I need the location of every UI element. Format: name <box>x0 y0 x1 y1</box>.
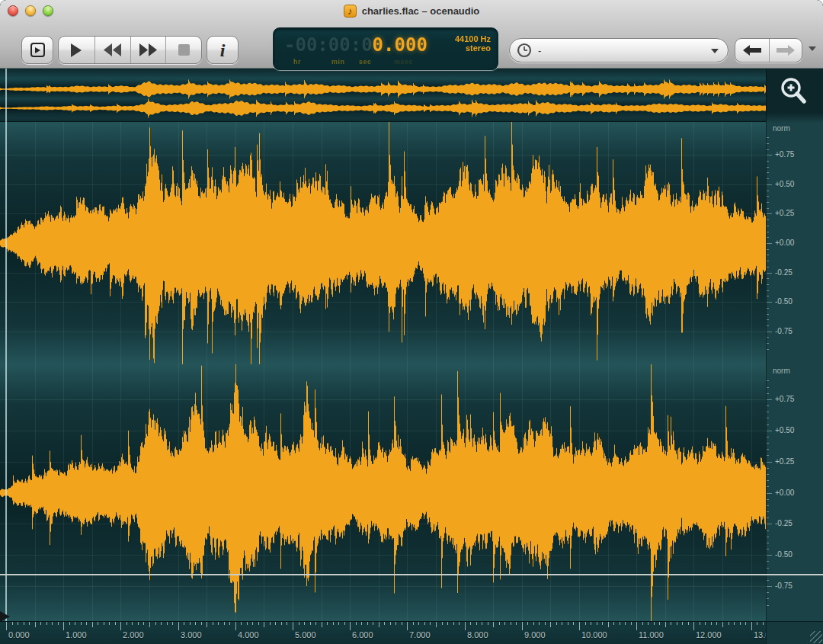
ruler-label: 5.000 <box>295 630 316 639</box>
norm-scale-button[interactable]: norm <box>773 124 790 133</box>
window-bottom-edge <box>0 574 823 575</box>
rewind-button[interactable] <box>94 37 130 63</box>
amplitude-scale-column: norm+0.75+0.50+0.25+0.00-0.25-0.50-0.75n… <box>766 69 823 621</box>
scale-tick <box>767 308 769 309</box>
ruler-tick <box>350 622 351 630</box>
stop-button[interactable] <box>165 37 201 63</box>
channel1-waveform-canvas[interactable] <box>0 122 766 364</box>
ruler-tick <box>711 622 712 625</box>
play-in-box-icon <box>30 43 45 57</box>
scale-tick <box>767 486 769 487</box>
ruler-tick <box>327 622 328 625</box>
ruler-tick <box>693 622 694 630</box>
marker-dropdown[interactable]: - <box>509 38 729 62</box>
sample-rate: 44100 Hz <box>455 34 491 43</box>
time-digits-bright: 0.000 <box>373 34 428 56</box>
ruler-tick <box>35 622 36 627</box>
window-title: charlies.flac – ocenaudio <box>362 5 480 17</box>
ruler-label: 4.000 <box>238 630 259 639</box>
ruler-tick <box>29 622 30 625</box>
resize-grip-icon[interactable] <box>810 631 822 643</box>
scale-label: -0.25 <box>775 519 793 527</box>
ruler-tick <box>436 622 437 627</box>
scale-tick <box>767 349 769 350</box>
ruler-tick <box>562 622 562 625</box>
ruler-tick <box>677 622 677 625</box>
ruler-tick <box>252 622 253 625</box>
ruler-tick <box>568 622 568 625</box>
scale-tick <box>767 237 769 238</box>
ruler-tick <box>120 622 121 630</box>
ruler-tick <box>476 622 477 625</box>
playhead-marker[interactable] <box>0 611 11 622</box>
scale-label: +0.25 <box>775 209 794 217</box>
info-button[interactable]: i <box>207 36 239 64</box>
ruler-tick <box>395 622 396 625</box>
ruler-tick <box>310 622 311 625</box>
zoom-in-icon[interactable] <box>779 76 809 110</box>
ruler-tick <box>493 622 494 627</box>
scale-tick <box>767 524 772 524</box>
overflow-chevron-icon[interactable] <box>809 46 816 51</box>
ruler-tick <box>81 622 82 625</box>
ruler-tick <box>671 622 671 625</box>
scale-tick <box>767 261 769 261</box>
scale-tick <box>767 561 769 562</box>
forward-button[interactable] <box>769 39 802 62</box>
scale-tick <box>767 213 772 214</box>
scale-tick <box>767 393 769 394</box>
ruler-tick <box>172 622 173 625</box>
ruler-tick <box>716 622 717 625</box>
ruler-tick <box>625 622 626 625</box>
time-display[interactable]: -00:00:00.000 hr min sec msec 44100 Hz s… <box>273 27 498 70</box>
scale-tick <box>767 555 772 556</box>
ruler-tick <box>550 622 551 627</box>
ruler-label: 9.000 <box>524 630 546 639</box>
scale-tick <box>767 493 772 494</box>
scale-tick <box>767 580 769 581</box>
time-ruler[interactable]: 0.0001.0002.0003.0004.0005.0006.0007.000… <box>0 621 766 644</box>
ruler-tick <box>384 622 385 625</box>
ruler-label: 3.000 <box>181 630 202 639</box>
scale-tick <box>767 437 769 437</box>
play-icon <box>71 43 82 57</box>
ruler-tick <box>304 622 305 625</box>
ruler-tick <box>763 622 764 625</box>
scale-tick <box>767 455 769 456</box>
ruler-tick <box>682 622 683 625</box>
ruler-tick <box>373 622 373 625</box>
ruler-label: 8.000 <box>467 630 488 639</box>
ruler-tick <box>488 622 488 625</box>
channel-mode: stereo <box>455 43 491 53</box>
ruler-label: 7.000 <box>409 630 431 639</box>
play-selection-button[interactable] <box>21 36 53 64</box>
scale-tick <box>767 405 769 406</box>
scale-label: +0.00 <box>775 489 794 497</box>
stop-icon <box>178 44 190 56</box>
ruler-tick <box>631 622 632 625</box>
ruler-tick <box>545 622 546 625</box>
titlebar[interactable]: ♪ charlies.flac – ocenaudio <box>0 0 823 21</box>
ruler-tick <box>556 622 557 625</box>
play-button[interactable] <box>59 37 94 63</box>
ruler-tick <box>470 622 471 625</box>
scale-tick <box>767 399 772 400</box>
ruler-tick <box>132 622 133 625</box>
norm-scale-button[interactable]: norm <box>773 367 790 375</box>
ruler-tick <box>453 622 454 625</box>
ruler-tick <box>344 622 345 625</box>
scale-tick <box>767 208 769 209</box>
channel2-waveform-canvas[interactable] <box>0 364 766 621</box>
scale-tick <box>767 178 769 179</box>
title-wrap: ♪ charlies.flac – ocenaudio <box>0 0 823 21</box>
unit-label-min: min <box>331 58 345 66</box>
ruler-tick <box>516 622 517 625</box>
playhead-line[interactable] <box>5 69 7 621</box>
overview-waveform-canvas[interactable] <box>0 69 766 122</box>
wave-area: 0.0001.0002.0003.0004.0005.0006.0007.000… <box>0 69 823 644</box>
unit-label-hr: hr <box>293 58 301 66</box>
ruler-tick <box>264 622 264 627</box>
ruler-tick <box>729 622 729 625</box>
back-button[interactable] <box>735 39 769 62</box>
fast-forward-button[interactable] <box>130 37 166 63</box>
